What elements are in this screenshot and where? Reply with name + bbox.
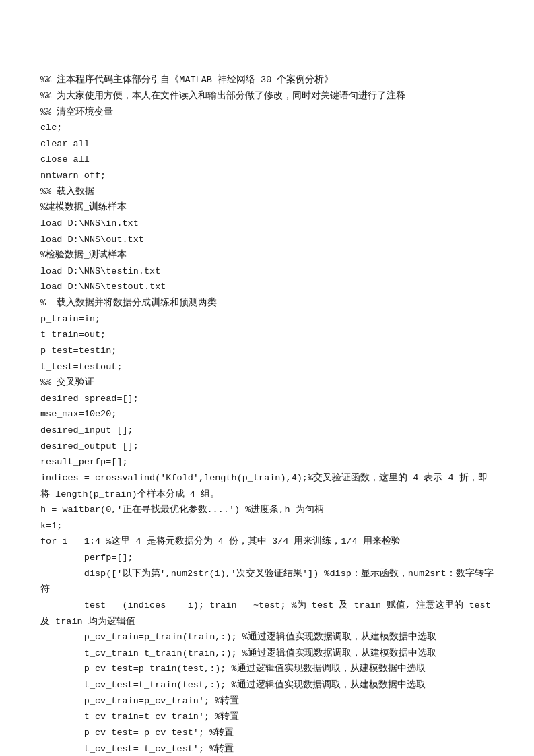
- code-line-l29: h = waitbar(0,'正在寻找最优化参数....') %进度条,h 为句…: [40, 502, 494, 518]
- code-line-l42: t_cv_test= t_cv_test'; %转置: [40, 741, 494, 757]
- code-line-l27: result_perfp=[];: [40, 454, 494, 470]
- code-line-l33: disp(['以下为第',num2str(i),'次交叉验证结果']) %dis…: [40, 566, 494, 598]
- code-line-l20: p_test=testin;: [40, 343, 494, 359]
- code-line-l13: load D:\NNS\out.txt: [40, 232, 494, 248]
- code-line-l5: clc;: [40, 120, 494, 136]
- code-line-l17: % 载入数据并将数据分成训练和预测两类: [40, 295, 494, 311]
- code-line-l40: t_cv_train=t_cv_train'; %转置: [40, 709, 494, 725]
- code-line-l11: %建模数据_训练样本: [40, 199, 494, 216]
- code-line-l22: %% 交叉验证: [40, 375, 494, 391]
- code-line-l39: p_cv_train=p_cv_train'; %转置: [40, 693, 494, 710]
- code-line-l35: p_cv_train=p_train(train,:); %通过逻辑值实现数据调…: [40, 629, 494, 645]
- code-line-l25: desired_input=[];: [40, 422, 494, 439]
- code-line-l21: t_test=testout;: [40, 359, 494, 375]
- code-line-l7: close all: [40, 152, 494, 168]
- code-line-l6: clear all: [40, 136, 494, 152]
- code-line-l19: t_train=out;: [40, 327, 494, 343]
- code-line-l28: indices = crossvalind('Kfold',length(p_t…: [40, 470, 494, 502]
- code-line-l34: test = (indices == i); train = ~test; %为…: [40, 598, 494, 629]
- code-line-l18: p_train=in;: [40, 311, 494, 327]
- code-line-l41: p_cv_test= p_cv_test'; %转置: [40, 725, 494, 741]
- code-line-l36: t_cv_train=t_train(train,:); %通过逻辑值实现数据调…: [40, 645, 494, 662]
- code-line-l37: p_cv_test=p_train(test,:); %通过逻辑值实现数据调取，…: [40, 661, 494, 677]
- code-line-l8: nntwarn off;: [40, 168, 494, 184]
- code-line-l38: t_cv_test=t_train(test,:); %通过逻辑值实现数据调取，…: [40, 677, 494, 693]
- code-line-l1: %% 注本程序代码主体部分引自《MATLAB 神经网络 30 个案例分析》: [40, 72, 494, 88]
- code-container: %% 注本程序代码主体部分引自《MATLAB 神经网络 30 个案例分析》%% …: [40, 40, 494, 756]
- code-line-l14: %检验数据_测试样本: [40, 247, 494, 263]
- code-line-l26: desired_output=[];: [40, 439, 494, 455]
- code-line-l24: mse_max=10e20;: [40, 406, 494, 422]
- code-line-l16: load D:\NNS\testout.txt: [40, 279, 494, 295]
- code-line-l32: perfp=[];: [40, 550, 494, 566]
- code-line-l23: desired_spread=[];: [40, 391, 494, 407]
- code-line-l30: k=1;: [40, 518, 494, 534]
- code-line-l2: %% 为大家使用方便，本人在文件读入和输出部分做了修改，同时对关键语句进行了注释: [40, 88, 494, 104]
- code-line-l31: for i = 1:4 %这里 4 是将元数据分为 4 份，其中 3/4 用来训…: [40, 534, 494, 550]
- code-line-l15: load D:\NNS\testin.txt: [40, 263, 494, 280]
- code-line-l4: %% 清空环境变量: [40, 104, 494, 121]
- code-line-l12: load D:\NNS\in.txt: [40, 216, 494, 232]
- code-line-l10: %% 载入数据: [40, 184, 494, 200]
